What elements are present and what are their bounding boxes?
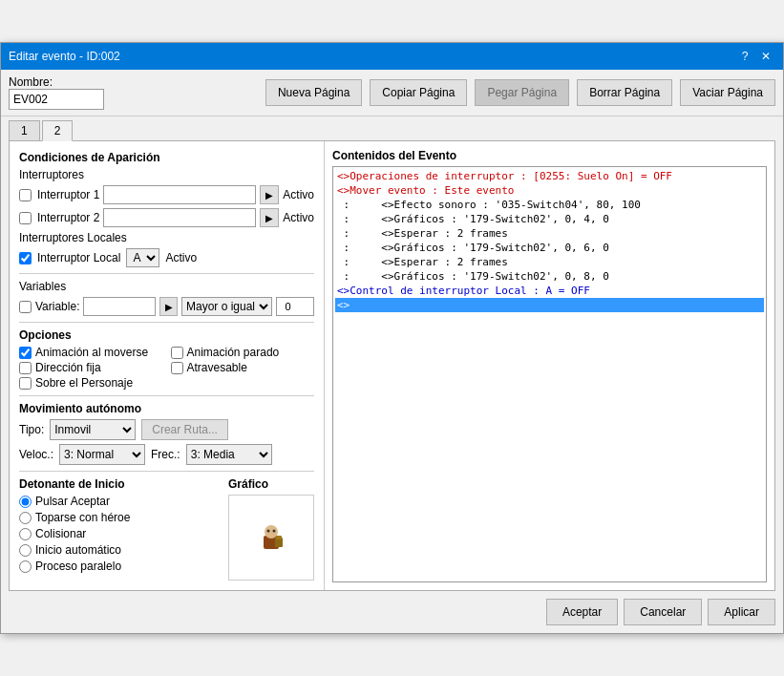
detonante-title: Detonante de Inicio — [19, 477, 219, 491]
right-panel: Contenidos del Evento <>Operaciones de i… — [325, 141, 774, 590]
tabs-bar: 1 2 — [1, 116, 783, 140]
variable-label: Variable: — [35, 300, 79, 313]
interruptor1-label: Interruptor 1 — [37, 188, 99, 201]
vaciar-pagina-button[interactable]: Vaciar Página — [680, 79, 775, 106]
proceso-paralelo-radio[interactable] — [19, 560, 32, 573]
tab-2[interactable]: 2 — [42, 120, 74, 141]
left-panel: Condiciones de Aparición Interruptores I… — [10, 141, 325, 590]
footer: Aceptar Cancelar Aplicar — [1, 591, 783, 633]
event-line-2: : <>Efecto sonoro : '035-Switch04', 80, … — [335, 198, 764, 212]
interruptor2-field — [103, 208, 256, 227]
nueva-pagina-button[interactable]: Nueva Página — [265, 79, 362, 106]
grafico-box[interactable] — [228, 495, 314, 581]
svg-point-3 — [273, 530, 276, 533]
animacion-moverse-checkbox[interactable] — [19, 347, 32, 359]
interruptor1-checkbox[interactable] — [19, 189, 32, 201]
grafico-sprite — [252, 518, 290, 557]
mayor-value[interactable] — [276, 297, 314, 316]
nombre-input[interactable] — [9, 89, 104, 110]
event-line-1: <>Mover evento : Este evento — [335, 183, 764, 198]
close-button[interactable]: ✕ — [756, 47, 775, 66]
radio-toparse-heroe: Toparse con héroe — [19, 511, 219, 524]
variables-row: Variable: ▶ Mayor o igual — [19, 297, 314, 316]
sobre-personaje-checkbox[interactable] — [19, 377, 32, 390]
aplicar-button[interactable]: Aplicar — [708, 599, 775, 625]
grafico-title: Gráfico — [228, 477, 314, 491]
colisionar-label: Colisionar — [35, 527, 86, 540]
animacion-parado-label: Animación parado — [187, 346, 280, 359]
event-line-9: <> — [335, 298, 764, 312]
toparse-heroe-radio[interactable] — [19, 512, 32, 524]
variable-field — [83, 297, 156, 316]
main-window: Editar evento - ID:002 ? ✕ Nombre: Nueva… — [0, 42, 784, 634]
sobre-personaje-label: Sobre el Personaje — [35, 376, 133, 390]
cancelar-button[interactable]: Cancelar — [624, 599, 702, 625]
interruptor2-arrow[interactable]: ▶ — [260, 208, 279, 227]
radio-proceso-paralelo: Proceso paralelo — [19, 560, 219, 573]
interruptor2-checkbox[interactable] — [19, 212, 32, 224]
local-checkbox[interactable] — [19, 252, 32, 264]
animacion-moverse-label: Animación al moverse — [35, 346, 148, 359]
movimiento-section: Movimiento autónomo Tipo: InmovilFijoAle… — [19, 402, 314, 465]
event-line-4: : <>Esperar : 2 frames — [335, 226, 764, 241]
aceptar-button[interactable]: Aceptar — [546, 599, 618, 625]
mayor-select[interactable]: Mayor o igual — [181, 297, 272, 316]
colisionar-radio[interactable] — [19, 528, 32, 540]
event-line-8: <>Control de interruptor Local : A = OFF — [335, 284, 764, 298]
local-activo: Activo — [165, 251, 197, 264]
tipo-select[interactable]: InmovilFijoAleatorio — [50, 419, 136, 440]
borrar-pagina-button[interactable]: Borrar Página — [577, 79, 672, 106]
movimiento-title: Movimiento autónomo — [19, 402, 314, 415]
atravesable-label: Atravesable — [187, 361, 247, 374]
opciones-title: Opciones — [19, 328, 314, 342]
detonante-section: Detonante de Inicio Pulsar Aceptar Topar… — [19, 477, 314, 581]
event-line-7: : <>Gráficos : '179-Switch02', 0, 8, 0 — [335, 269, 764, 284]
pegar-pagina-button[interactable]: Pegar Página — [475, 79, 569, 106]
svg-point-1 — [265, 525, 278, 539]
radio-colisionar: Colisionar — [19, 527, 219, 540]
variables-title: Variables — [19, 280, 314, 293]
toolbar: Nombre: Nueva Página Copiar Página Pegar… — [1, 70, 783, 116]
local-select[interactable]: ABCD — [126, 248, 159, 267]
veloc-select[interactable]: 1: Muy lento 2: Lento 3: Normal 4: Rápid… — [59, 444, 145, 465]
interruptor1-arrow[interactable]: ▶ — [260, 185, 279, 204]
interruptor1-row: Interruptor 1 ▶ Activo — [19, 185, 314, 204]
grafico-section: Gráfico — [228, 477, 314, 581]
main-content: Condiciones de Aparición Interruptores I… — [9, 140, 775, 591]
help-button[interactable]: ? — [735, 47, 754, 66]
animacion-parado-checkbox[interactable] — [171, 347, 183, 359]
frec-select[interactable]: 1: Muy baja 2: Baja 3: Media 4: Alta 5: … — [186, 444, 272, 465]
radio-inicio-automatico: Inicio automático — [19, 543, 219, 557]
crear-ruta-button[interactable]: Crear Ruta... — [141, 419, 228, 440]
condiciones-title: Condiciones de Aparición — [19, 151, 314, 164]
variable-checkbox[interactable] — [19, 301, 32, 313]
tipo-row: Tipo: InmovilFijoAleatorio Crear Ruta... — [19, 419, 314, 440]
local-row: Interruptor Local ABCD Activo — [19, 248, 314, 267]
contenido-title: Contenidos del Evento — [332, 149, 767, 162]
direccion-fija-checkbox[interactable] — [19, 362, 32, 374]
interruptor2-row: Interruptor 2 ▶ Activo — [19, 208, 314, 227]
inicio-automatico-radio[interactable] — [19, 544, 32, 557]
variable-arrow[interactable]: ▶ — [159, 297, 178, 316]
event-line-3: : <>Gráficos : '179-Switch02', 0, 4, 0 — [335, 212, 764, 226]
event-line-0: <>Operaciones de interruptor : [0255: Su… — [335, 169, 764, 183]
svg-point-2 — [267, 530, 270, 533]
title-bar: Editar evento - ID:002 ? ✕ — [1, 43, 783, 70]
nombre-label: Nombre: — [9, 75, 104, 89]
veloc-row: Veloc.: 1: Muy lento 2: Lento 3: Normal … — [19, 444, 314, 465]
local-label: Interruptor Local — [37, 251, 120, 264]
opcion-animacion-parado: Animación parado — [171, 346, 315, 359]
interruptores-title: Interruptores — [19, 168, 314, 181]
interruptor1-field — [103, 185, 256, 204]
copiar-pagina-button[interactable]: Copiar Página — [370, 79, 467, 106]
pulsar-aceptar-radio[interactable] — [19, 496, 32, 508]
title-bar-buttons: ? ✕ — [735, 47, 775, 66]
event-line-5: : <>Gráficos : '179-Switch02', 0, 6, 0 — [335, 241, 764, 255]
frec-label: Frec.: — [151, 448, 180, 461]
opcion-direccion-fija: Dirección fija — [19, 361, 163, 374]
atravesable-checkbox[interactable] — [171, 362, 183, 374]
event-list[interactable]: <>Operaciones de interruptor : [0255: Su… — [332, 166, 767, 582]
veloc-label: Veloc.: — [19, 448, 53, 461]
inicio-automatico-label: Inicio automático — [35, 543, 121, 557]
tab-1[interactable]: 1 — [9, 120, 40, 140]
